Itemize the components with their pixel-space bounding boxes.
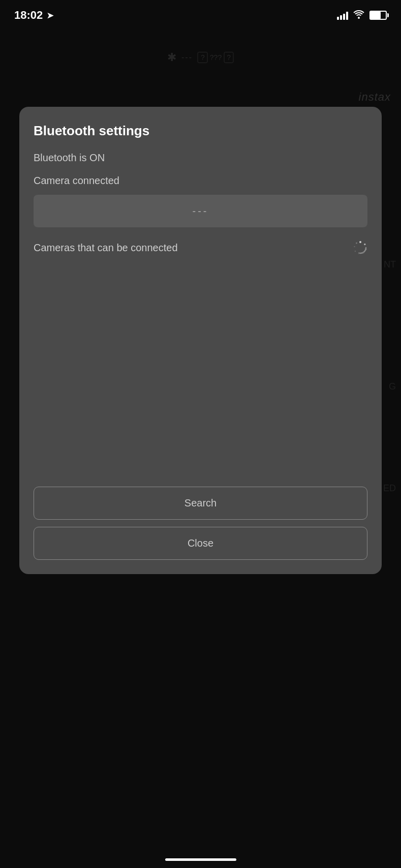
svg-point-1 [359, 241, 361, 243]
bluetooth-status: Bluetooth is ON [34, 152, 367, 164]
bluetooth-settings-modal: Bluetooth settings Bluetooth is ON Camer… [19, 107, 382, 574]
modal-title: Bluetooth settings [34, 123, 367, 139]
svg-point-7 [354, 246, 355, 248]
wifi-icon [353, 10, 364, 21]
search-button[interactable]: Search [34, 487, 367, 520]
location-icon: ➤ [47, 11, 53, 20]
battery-icon [369, 11, 387, 20]
modal-buttons: Search Close [34, 487, 367, 560]
status-icons [337, 10, 387, 21]
cameras-section: Cameras that can be connected [34, 241, 367, 255]
loading-spinner [353, 241, 367, 255]
home-indicator [165, 858, 236, 861]
close-button[interactable]: Close [34, 527, 367, 560]
status-bar: 18:02 ➤ [0, 0, 401, 31]
connection-status: Camera connected [34, 175, 367, 187]
time-display: 18:02 [14, 9, 43, 22]
svg-point-4 [363, 252, 364, 254]
svg-point-6 [355, 251, 356, 252]
connected-camera-box: --- [34, 195, 367, 227]
camera-placeholder: --- [193, 205, 209, 217]
cameras-list [34, 263, 367, 476]
svg-point-5 [358, 253, 360, 254]
svg-point-3 [365, 249, 367, 250]
status-time-group: 18:02 ➤ [14, 9, 53, 22]
signal-bars-icon [337, 11, 348, 20]
svg-point-2 [364, 244, 366, 246]
cameras-label: Cameras that can be connected [34, 242, 178, 254]
svg-point-8 [356, 243, 357, 244]
